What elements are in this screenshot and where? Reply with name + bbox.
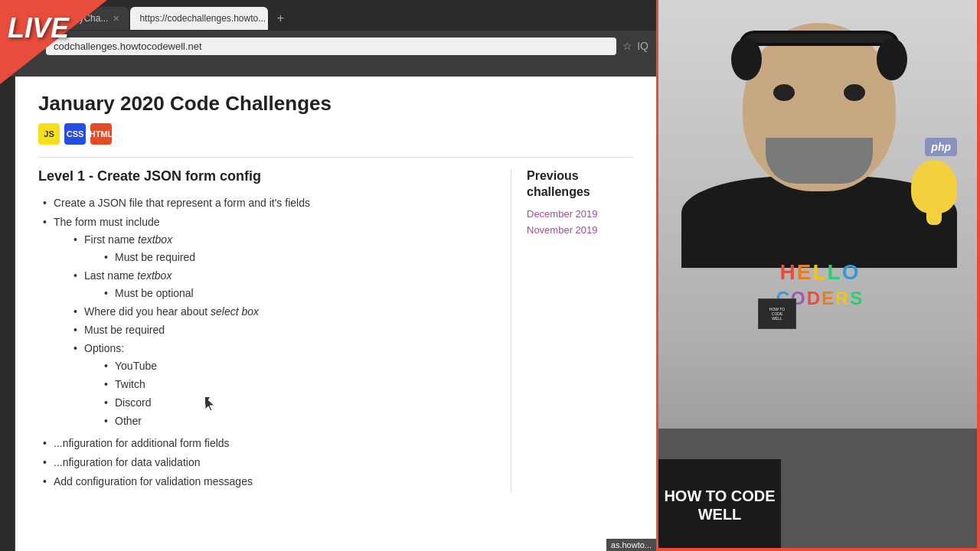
red-border-right [977,0,980,551]
c6: S [850,288,862,309]
sub-list-1: First name textbox Must be required Last… [69,232,511,429]
divider [38,157,633,158]
eyes [773,84,865,101]
prev-challenges-title: Previous challenges [527,168,633,201]
headphone-right [877,38,907,80]
tab-2-label: https://codechallenges.howto... [139,13,266,24]
sidebar-dot-4: · [0,145,15,168]
hello-e: E [797,260,812,285]
bottom-item-1: ...nfiguration for additional form field… [38,435,511,452]
option-youtube: YouTube [100,358,511,374]
prev-challenges-sidebar: Previous challenges December 2019 Novemb… [511,168,633,493]
php-mascots: php [911,138,957,214]
list-item-1-text: Create a JSON file that represent a form… [54,197,310,209]
sub-item-lastname: Last name textbox Must be optional [69,268,511,302]
headphone-left [731,38,762,80]
address-input[interactable]: codchallenges.howtocodewell.net [46,37,616,55]
option-discord: Discord [100,395,511,411]
c3: D [807,288,820,309]
list-item-2-text: The form must include [54,216,160,228]
beard [766,138,873,184]
address-icons: ☆ IQ [622,40,648,52]
hello-l1: L [812,260,825,285]
headphones [731,31,907,130]
hello-o: O [842,260,859,285]
live-text: LIVE [8,12,69,44]
bottom-item-2: ...nfiguration for data validation [38,455,511,471]
htcw-badge: HOW TO CODE WELL [658,459,781,551]
sidebar-dot-5: · [0,168,15,191]
coders-word: C O D E R S [704,288,934,309]
eye-right [844,84,865,101]
eye-left [773,84,795,101]
hello-word: H E L L O [704,260,934,285]
bottom-list: ...nfiguration for additional form field… [38,435,511,490]
sub-sub-lastname: Must be optional [100,285,511,302]
address-bar: ◀ ▶ ↻ codchallenges.howtocodewell.net ☆ … [0,31,656,61]
options-list: YouTube Twitch Discord Other [100,358,511,429]
sub-item-required: Must be required [69,322,511,338]
person-bg: H E L L O C O D E R S HOW TOCODEWELL [658,0,980,551]
c5: R [835,288,848,309]
sub-item-options: Options: YouTube Twitch Discord Other [69,341,511,429]
htcw-shirt-badge: HOW TOCODEWELL [758,298,796,329]
htcw-shirt-text: HOW TOCODEWELL [769,307,785,321]
htcw-badge-text: HOW TO CODE WELL [658,487,781,523]
sub-sub-optional: Must be optional [100,285,511,302]
tab-1-close[interactable]: ✕ [113,14,119,24]
main-list: Create a JSON file that represent a form… [38,195,511,429]
tech-icons: JS CSS HTML [38,123,633,145]
sub-item-firstname: First name textbox Must be required [69,232,511,266]
extension-icon[interactable]: IQ [637,40,648,52]
bookmark-icon[interactable]: ☆ [622,40,632,52]
sidebar-strip: · · · · · [0,77,15,551]
sub-sub-firstname: Must be required [100,249,511,266]
js-icon: JS [38,123,60,145]
hello-h: H [780,260,795,285]
option-other: Other [100,413,511,429]
c4: E [822,288,834,309]
sub-sub-required: Must be required [100,249,511,266]
browser-tab-2[interactable]: https://codechallenges.howto... ✕ [130,7,268,30]
page-title: January 2020 Code Challenges [38,92,633,116]
option-twitch: Twitch [100,377,511,393]
browser-side: ryrianad/JanuaryCha... ✕ https://codecha… [0,0,658,551]
url-bottom-hint: as.howto... [606,539,656,551]
dec-2019-link[interactable]: December 2019 [527,208,633,220]
css-icon: CSS [64,123,86,145]
html-icon: HTML [90,123,112,145]
nov-2019-link[interactable]: November 2019 [527,224,633,236]
hello-l2: L [828,260,841,285]
sidebar-dot-3: · [0,122,15,145]
headphone-band [739,31,900,46]
red-border-bottom [658,548,980,551]
level-title: Level 1 - Create JSON form config [38,168,511,184]
address-text: codchallenges.howtocodewell.net [54,41,202,52]
sidebar-dot-2: · [0,99,15,122]
main-content: Level 1 - Create JSON form config Create… [38,168,511,493]
list-item-1: Create a JSON file that represent a form… [38,195,511,211]
screen-container: LIVE ryrianad/JanuaryCha... ✕ https://co… [0,0,980,551]
content-layout: Level 1 - Create JSON form config Create… [38,168,633,493]
php-text-badge: php [925,138,957,156]
browser-chrome: ryrianad/JanuaryCha... ✕ https://codecha… [0,0,656,77]
elephant-shape [911,160,957,214]
new-tab-button[interactable]: + [270,8,291,29]
webpage-content: January 2020 Code Challenges JS CSS HTML… [15,77,656,551]
shirt-text: H E L L O C O D E R S [704,260,934,309]
bottom-item-3: Add configuration for validation message… [38,474,511,490]
sub-item-hear: Where did you hear about select box [69,304,511,320]
list-item-2: The form must include First name textbox… [38,214,511,429]
person-side: H E L L O C O D E R S HOW TOCODEWELL [658,0,980,551]
